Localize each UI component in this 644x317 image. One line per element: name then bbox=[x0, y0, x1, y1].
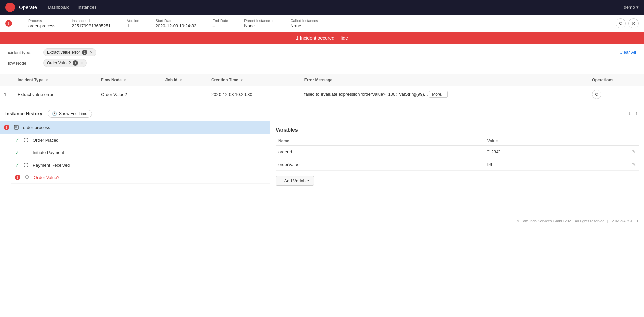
history-item-name: Order Value? bbox=[34, 175, 59, 180]
remove-incident-type-icon[interactable]: ✕ bbox=[89, 50, 93, 55]
version-value: 1 bbox=[127, 23, 139, 28]
clear-all-button[interactable]: Clear All bbox=[617, 48, 639, 56]
nav-dashboard[interactable]: Dashboard bbox=[48, 5, 70, 10]
retry-row-icon: ↻ bbox=[595, 92, 599, 97]
history-header: Instance History 🕐 Show End Time ⤓ ⤒ bbox=[0, 106, 644, 121]
process-value: order-process bbox=[28, 23, 55, 28]
history-item-name: order-process bbox=[23, 125, 50, 130]
nav-instances[interactable]: Instances bbox=[78, 5, 97, 10]
gateway-icon bbox=[23, 162, 29, 168]
table-header: Incident Type ▾ Flow Node ▾ Job Id ▾ Cre… bbox=[0, 74, 644, 86]
svg-point-8 bbox=[25, 164, 27, 166]
var-value-col: Value bbox=[485, 137, 628, 146]
process-header: ! Process order-process Instance Id 2251… bbox=[0, 15, 644, 32]
flow-node-count: 1 bbox=[73, 60, 78, 66]
start-date-value: 2020-12-03 10:24:33 bbox=[156, 23, 197, 28]
variables-table-body: orderId "1234" ✎ orderValue 99 ✎ bbox=[276, 146, 639, 171]
filter-section: Incident type: Extract value error 1 ✕ F… bbox=[0, 44, 644, 74]
check-status-icon: ✓ bbox=[15, 137, 19, 143]
list-item[interactable]: ✓ Payment Received bbox=[11, 159, 270, 171]
svg-rect-4 bbox=[24, 151, 28, 154]
parent-label: Parent Instance Id bbox=[244, 19, 274, 23]
col-incident-type[interactable]: Incident Type ▾ bbox=[14, 74, 97, 86]
col-creation-time[interactable]: Creation Time ▾ bbox=[207, 74, 300, 86]
incident-type-label: Incident type: bbox=[5, 50, 39, 55]
called-instances-info: Called Instances None bbox=[290, 19, 318, 28]
header-actions: ↻ ⊘ bbox=[616, 18, 639, 28]
var-edit-cell: ✎ bbox=[628, 158, 639, 171]
table-body: 1 Extract value error Order Value? -- 20… bbox=[0, 86, 644, 103]
col-flow-node-label: Flow Node bbox=[101, 78, 122, 82]
incident-type-count: 1 bbox=[82, 50, 87, 55]
parent-instance-info: Parent Instance Id None bbox=[244, 19, 274, 28]
history-item-name: Order Placed bbox=[33, 138, 59, 143]
incident-type-filter-row: Incident type: Extract value error 1 ✕ bbox=[5, 48, 639, 56]
row-operations: ↻ bbox=[588, 86, 644, 103]
clock-icon: 🕐 bbox=[52, 111, 57, 116]
retry-row-button[interactable]: ↻ bbox=[592, 90, 601, 99]
history-item-name: Payment Received bbox=[33, 163, 70, 168]
history-item-name: Initiate Payment bbox=[33, 150, 64, 155]
incident-type-sort-icon: ▾ bbox=[46, 78, 48, 82]
user-name: demo bbox=[624, 5, 635, 10]
top-nav: ! Operate Dashboard Instances demo ▾ bbox=[0, 0, 644, 15]
event-icon bbox=[23, 137, 29, 143]
instance-id-info: Instance Id 2251799813685251 bbox=[72, 19, 111, 28]
table-header-row: Incident Type ▾ Flow Node ▾ Job Id ▾ Cre… bbox=[0, 74, 644, 86]
flow-node-filter-row: Flow Node: Order Value? 1 ✕ bbox=[5, 59, 639, 67]
incident-type-tag-label: Extract value error bbox=[47, 50, 80, 55]
collapse-icons: ⤓ ⤒ bbox=[628, 111, 639, 116]
list-item[interactable]: ! order-process bbox=[0, 121, 270, 134]
list-item[interactable]: ✓ Initiate Payment bbox=[11, 146, 270, 159]
retry-instance-button[interactable]: ↻ bbox=[616, 18, 626, 28]
show-end-time-label: Show End Time bbox=[59, 111, 87, 116]
var-name: orderValue bbox=[276, 158, 485, 171]
var-name-col: Name bbox=[276, 137, 485, 146]
check-status-icon: ✓ bbox=[15, 162, 19, 168]
more-button[interactable]: More... bbox=[429, 91, 447, 98]
edit-variable-icon[interactable]: ✎ bbox=[632, 149, 636, 154]
show-end-time-button[interactable]: 🕐 Show End Time bbox=[48, 110, 92, 118]
incident-type-tag[interactable]: Extract value error 1 ✕ bbox=[43, 48, 96, 56]
hide-incident-link[interactable]: Hide bbox=[338, 35, 348, 41]
remove-flow-node-icon[interactable]: ✕ bbox=[80, 61, 83, 65]
var-name: orderId bbox=[276, 146, 485, 158]
row-error-message: failed to evaluate expression 'orderValu… bbox=[300, 86, 588, 103]
error-message-text: failed to evaluate expression 'orderValu… bbox=[304, 92, 428, 97]
col-flow-node[interactable]: Flow Node ▾ bbox=[97, 74, 161, 86]
called-value: None bbox=[290, 23, 318, 28]
col-num bbox=[0, 74, 14, 86]
error-status-icon: ! bbox=[15, 175, 20, 180]
start-date-info: Start Date 2020-12-03 10:24:33 bbox=[156, 19, 197, 28]
col-operations-label: Operations bbox=[592, 78, 613, 82]
flow-node-tag[interactable]: Order Value? 1 ✕ bbox=[43, 59, 87, 67]
flow-node-label: Flow Node: bbox=[5, 61, 39, 66]
col-error-message-label: Error Message bbox=[304, 78, 332, 82]
list-item[interactable]: ✓ Order Placed bbox=[11, 134, 270, 146]
edit-variable-icon[interactable]: ✎ bbox=[632, 162, 636, 167]
variables-table: Name Value orderId "1234" ✎ orderValu bbox=[276, 137, 639, 171]
col-job-id[interactable]: Job Id ▾ bbox=[161, 74, 207, 86]
incident-text: 1 Incident occured bbox=[296, 35, 334, 41]
called-label: Called Instances bbox=[290, 19, 318, 23]
end-date-label: End Date bbox=[212, 19, 228, 23]
table-wrapper: Incident Type ▾ Flow Node ▾ Job Id ▾ Cre… bbox=[0, 74, 644, 103]
task-icon bbox=[23, 149, 29, 156]
process-error-icon: ! bbox=[5, 20, 12, 27]
list-item[interactable]: ! Order Value? bbox=[11, 171, 270, 184]
col-error-message: Error Message bbox=[300, 74, 588, 86]
incident-banner: 1 Incident occured Hide bbox=[0, 32, 644, 44]
flow-node-sort-icon: ▾ bbox=[124, 78, 126, 82]
variable-row: orderId "1234" ✎ bbox=[276, 146, 639, 158]
col-operations: Operations bbox=[588, 74, 644, 86]
chevron-down-icon: ▾ bbox=[636, 5, 639, 10]
variables-title: Variables bbox=[276, 127, 639, 133]
nav-user: demo ▾ bbox=[624, 5, 639, 10]
collapse-up-icon[interactable]: ⤒ bbox=[635, 111, 639, 116]
cancel-instance-button[interactable]: ⊘ bbox=[628, 18, 639, 28]
logo-text: ! bbox=[9, 5, 11, 10]
bottom-content: ! order-process ✓ Order Placed ✓ bbox=[0, 121, 644, 216]
collapse-down-icon[interactable]: ⤓ bbox=[628, 111, 632, 116]
app-logo: ! bbox=[5, 3, 15, 12]
add-variable-button[interactable]: + Add Variable bbox=[276, 176, 314, 186]
